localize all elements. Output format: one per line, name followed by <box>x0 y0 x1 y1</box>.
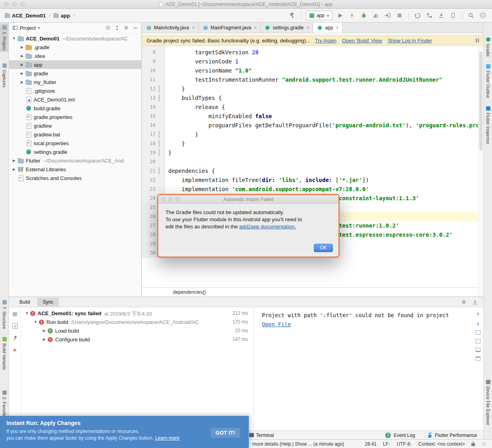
gutter-fold-area[interactable] <box>159 66 165 75</box>
editor-tab-mainfragment-java[interactable]: MainFragment.java× <box>199 23 261 33</box>
editor-tab-mainactivity-java[interactable]: MainActivity.java× <box>142 23 199 33</box>
clear-output-icon[interactable] <box>476 356 480 361</box>
gutter-fold-area[interactable] <box>159 176 165 185</box>
code-line-14[interactable]: 14 release { <box>142 103 478 112</box>
tree-expand-icon[interactable]: ▶ <box>19 63 25 67</box>
hide-panel-icon[interactable] <box>133 25 138 31</box>
project-tree-item-my-flutter[interactable]: ▶my_flutter <box>9 78 141 86</box>
tool-window-button-flutter-outline[interactable]: Flutter Outline <box>484 62 492 100</box>
build-row-ace-demo01-sync-failed[interactable]: ▼!ACE_Demo01: sync failedat 2019/6/3 下午4… <box>21 309 254 318</box>
gutter-fold-area[interactable] <box>159 48 165 57</box>
code-line-10[interactable]: 10 versionName "1.0" <box>142 66 478 75</box>
code-line-20[interactable]: 20 <box>142 157 478 167</box>
line-separator-widget[interactable]: LF↕ <box>383 441 390 447</box>
project-tree-item-flutter[interactable]: ▶Flutter~/Documents/workspace/ACE_And <box>9 156 141 165</box>
gutter-fold-area[interactable] <box>159 75 165 84</box>
attach-debugger-icon[interactable] <box>383 11 392 20</box>
collapse-all-icon[interactable] <box>114 25 120 31</box>
gutter-fold-area[interactable] <box>159 130 165 139</box>
project-tree-item-gradle[interactable]: ▶gradle <box>9 69 141 78</box>
close-icon[interactable]: × <box>13 347 17 352</box>
gear-icon[interactable] <box>123 25 129 31</box>
tree-expand-icon[interactable]: ▶ <box>19 45 25 49</box>
export-icon[interactable] <box>476 339 480 343</box>
tool-window-button-captures[interactable]: Captures <box>0 61 9 90</box>
breadcrumb-module[interactable]: app <box>61 13 70 19</box>
project-view-selector[interactable]: Project <box>20 25 36 31</box>
breadcrumb-dependencies[interactable]: dependencies{} <box>173 289 206 295</box>
tree-expand-icon[interactable]: ▶ <box>19 54 25 58</box>
project-tree-item-local-properties[interactable]: local.properties <box>9 139 141 147</box>
code-line-13[interactable]: 13 buildTypes { <box>142 94 478 103</box>
tab-build[interactable]: Build <box>14 298 36 306</box>
got-it-button[interactable]: GOT IT! <box>211 428 240 438</box>
inspections-widget-icon[interactable]: ☺ <box>481 441 486 447</box>
tree-collapse-icon[interactable]: ▼ <box>32 320 39 324</box>
lock-icon[interactable] <box>471 443 475 446</box>
sdk-manager-download-icon[interactable] <box>437 11 446 20</box>
tree-expand-icon[interactable]: ▶ <box>19 80 25 84</box>
code-line-23[interactable]: 23 implementation 'com.android.support:a… <box>142 185 478 194</box>
tree-expand-icon[interactable]: ▶ <box>19 71 25 75</box>
run-button[interactable] <box>336 11 344 20</box>
soft-wrap-icon[interactable] <box>476 330 480 335</box>
code-line-21[interactable]: 21dependencies { <box>142 167 478 176</box>
build-row-configure-build[interactable]: ▶!Configure build147 ms <box>21 335 254 344</box>
context-widget[interactable]: Context: <no context> <box>418 441 465 447</box>
code-line-9[interactable]: 9 versionCode 1 <box>142 57 478 66</box>
project-tree-item-gitignore[interactable]: .gitignore <box>9 86 141 95</box>
tree-expand-icon[interactable]: ▶ <box>11 167 17 171</box>
close-tab-icon[interactable]: × <box>254 25 257 31</box>
fold-marker-icon[interactable] <box>159 131 160 138</box>
tool-window-button-gradle[interactable]: Gradle <box>484 35 492 59</box>
tool-window-button-7-structure[interactable]: 7: Structure <box>0 298 9 331</box>
event-log-button[interactable]: Event Log <box>394 433 415 438</box>
gear-icon[interactable] <box>461 299 467 305</box>
pin-icon[interactable] <box>12 335 17 341</box>
tree-expand-icon[interactable]: ▶ <box>41 329 48 333</box>
make-project-hammer-icon[interactable] <box>288 11 297 20</box>
gutter-fold-area[interactable] <box>159 103 165 112</box>
fold-marker-icon[interactable] <box>159 149 160 156</box>
project-tree-item-gradle[interactable]: ▶.gradle <box>9 43 141 52</box>
tree-collapse-icon[interactable]: ▼ <box>23 311 30 315</box>
code-line-12[interactable]: 12 } <box>142 84 478 94</box>
scroll-up-icon[interactable]: ↑ <box>477 311 480 316</box>
banner-link-open-build-view[interactable]: Open 'Build' View <box>342 38 382 44</box>
tree-expand-icon[interactable]: ▶ <box>11 159 17 163</box>
banner-link-try-again[interactable]: Try Again <box>315 38 336 44</box>
search-everywhere-icon[interactable] <box>467 11 475 20</box>
avd-manager-phone-icon[interactable] <box>449 11 457 20</box>
project-tree-item-build-gradle[interactable]: build.gradle <box>9 104 141 113</box>
apply-changes-lightning-icon[interactable] <box>348 11 356 20</box>
fold-marker-icon[interactable] <box>159 85 160 92</box>
build-row-load-build[interactable]: ▶✓Load build20 ms <box>21 326 254 335</box>
code-line-8[interactable]: 8 targetSdkVersion 28 <box>142 48 478 57</box>
code-line-16[interactable]: 16 proguardFiles getDefaultProguardFile(… <box>142 121 478 130</box>
gradle-sync-icon[interactable] <box>413 11 422 20</box>
project-tree-item-external-libraries[interactable]: ▶External Libraries <box>9 165 141 174</box>
gutter-fold-area[interactable] <box>159 167 165 176</box>
locate-file-icon[interactable] <box>105 25 111 31</box>
tab-sync[interactable]: Sync <box>37 298 59 306</box>
stop-icon[interactable] <box>13 312 17 316</box>
stop-button[interactable] <box>395 11 404 20</box>
project-tree-item-gradlew[interactable]: gradlew <box>9 121 141 130</box>
debug-bug-icon[interactable] <box>359 11 368 20</box>
close-tab-icon[interactable]: × <box>306 25 309 31</box>
gutter-fold-area[interactable] <box>159 185 165 194</box>
project-tree-item-ace-demo01[interactable]: ▼ACE_Demo01~/Documents/workspace/AC <box>9 34 141 43</box>
gutter-fold-area[interactable] <box>159 94 165 103</box>
gutter-fold-area[interactable] <box>159 157 165 167</box>
project-tree-item-gradlew-bat[interactable]: gradlew.bat <box>9 130 141 139</box>
profiler-icon[interactable] <box>371 11 380 20</box>
add2app-documentation-link[interactable]: add2app documentation. <box>239 224 296 230</box>
editor-scrollbar[interactable] <box>478 33 483 297</box>
tool-window-button-device-file-explorer[interactable]: Device File Explorer <box>484 378 492 427</box>
gutter-fold-area[interactable] <box>159 121 165 130</box>
print-icon[interactable] <box>476 348 480 352</box>
gutter-fold-area[interactable] <box>159 57 165 66</box>
ok-button[interactable]: OK <box>314 244 333 252</box>
project-tree-item-idea[interactable]: ▶.idea <box>9 52 141 60</box>
banner-link-show-log-in-finder[interactable]: Show Log in Finder <box>388 38 432 44</box>
